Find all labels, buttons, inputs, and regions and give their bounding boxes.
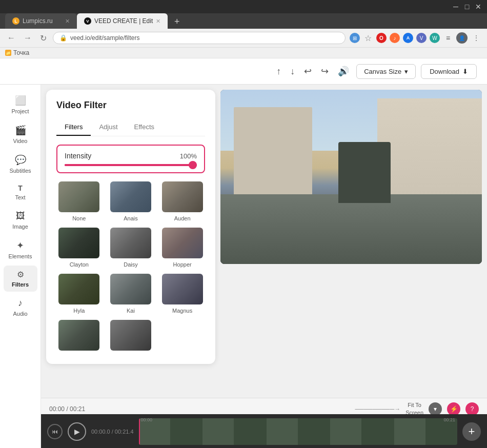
timeline-timestamps: 00:00 00:21 [139,418,457,422]
play-button[interactable]: ▶ [68,422,86,441]
new-tab-button[interactable]: + [170,14,184,29]
intensity-slider-thumb[interactable] [189,161,197,169]
filter-thumb-kai [110,274,151,304]
sidebar-item-elements[interactable]: ✦ Elements [4,236,37,263]
forward-button[interactable]: → [22,32,34,44]
canvas-size-label: Canvas Size [364,68,401,75]
filter-thumb-daisy [110,228,151,258]
bookmark-star-icon[interactable]: ☆ [363,33,373,43]
download-icon: ⬇ [462,68,468,75]
zoom-slider: ─────────→ [355,405,401,413]
sidebar-item-text[interactable]: T Text [4,180,37,205]
filter-thumb-auden [162,181,203,212]
filter-item-anais[interactable]: Anais [108,181,154,221]
timeline-help-btn[interactable]: ? [465,402,479,416]
timeline-dropdown-btn[interactable]: ▾ [429,402,442,416]
sidebar-item-audio[interactable]: ♪ Audio [4,294,37,321]
undo-button[interactable]: ↩ [302,64,314,79]
refresh-button[interactable]: ↻ [38,32,49,44]
sidebar-item-project[interactable]: ⬜ Project [4,91,37,118]
tab-filters[interactable]: Filters [56,119,91,136]
screenshot-icon[interactable]: ⊞ [350,33,360,43]
minimize-button[interactable]: ─ [452,3,459,10]
bookmark-tochka[interactable]: 📁 Точка [5,49,29,56]
subtitles-icon: 💬 [15,154,26,166]
sidebar-label-elements: Elements [9,253,32,259]
more-button[interactable]: ⋮ [471,33,482,43]
bookmark-label: Точка [13,49,29,56]
audio-icon: ♪ [18,298,23,309]
intensity-slider[interactable] [65,164,197,166]
opera-icon[interactable]: O [376,33,387,43]
filter-item-more2[interactable] [108,320,154,354]
volume-button[interactable]: 🔊 [336,64,351,79]
veed-favicon: V [84,17,91,25]
sidebar-item-filters[interactable]: ⚙ Filters [4,266,37,292]
download-button[interactable]: Download ⬇ [421,64,477,79]
total-time: 00:21 [70,405,85,413]
maximize-button[interactable]: □ [463,3,471,10]
tab-veed-close[interactable]: ✕ [156,18,160,25]
add-track-button[interactable]: + [462,422,481,441]
tab-adjust[interactable]: Adjust [91,119,126,136]
filter-name-anais: Anais [124,215,138,221]
down-button[interactable]: ↓ [288,64,297,79]
back-button[interactable]: ← [5,32,17,44]
filter-thumb-more1 [58,320,99,351]
wallet-icon[interactable]: W [430,33,440,43]
tab-veed[interactable]: V VEED CREATE | Edit ✕ [77,13,168,29]
tab-veed-label: VEED CREATE | Edit [94,17,153,25]
sidebar: ⬜ Project 🎬 Video 💬 Subtitles T Text 🖼 I… [0,85,41,448]
profile-avatar[interactable]: 👤 [456,32,468,44]
image-icon: 🖼 [16,211,25,221]
filter-item-auden[interactable]: Auden [159,181,205,221]
filter-item-hyla[interactable]: Hyla [56,274,102,314]
app-main: ⬜ Project 🎬 Video 💬 Subtitles T Text 🖼 I… [0,85,487,448]
nav-icons: ⊞ ☆ O ♪ A V W ≡ 👤 ⋮ [350,32,482,44]
video-icon: 🎬 [15,125,26,136]
intensity-section: Intensity 100% [56,145,205,173]
filter-thumb-none [58,181,99,212]
filter-item-hopper[interactable]: Hopper [159,228,205,268]
timecode-display: 00:00.0 / 00:21.4 [91,429,134,435]
filter-item-magnus[interactable]: Magnus [159,274,205,314]
panel-tabs: Filters Adjust Effects [56,119,205,136]
browser-chrome: ─ □ ✕ L Lumpics.ru ✕ V VEED CREATE | Edi… [0,0,487,58]
address-text: veed.io/edit/sample/filters [70,34,339,42]
filter-item-daisy[interactable]: Daisy [108,228,154,268]
tab-lumpics[interactable]: L Lumpics.ru ✕ [5,13,77,29]
close-button[interactable]: ✕ [475,3,482,10]
app-content: ↑ ↓ ↩ ↪ 🔊 Canvas Size ▾ Download ⬇ ⬜ Pro… [0,58,487,448]
timeline-track[interactable]: 00:00 00:21 [139,418,457,445]
filter-item-kai[interactable]: Kai [108,274,154,314]
filter-item-none[interactable]: None [56,181,102,221]
filter-panel: Video Filter Filters Adjust Effects Inte… [46,90,215,364]
filter-name-hyla: Hyla [73,308,85,314]
menu-icon[interactable]: ≡ [443,33,453,43]
address-bar[interactable]: 🔒 veed.io/edit/sample/filters [53,32,346,44]
filter-name-kai: Kai [127,308,135,314]
tab-lumpics-close[interactable]: ✕ [65,18,70,25]
timeline-start-time: 00:00 [141,418,153,422]
time-display: 00:00 / 00:21 [49,405,85,413]
timeline-lightning-btn[interactable]: ⚡ [447,402,460,416]
bookmark-bar: 📁 Точка [0,48,487,58]
up-button[interactable]: ↑ [274,64,283,79]
video-preview[interactable] [220,90,482,264]
vpn-icon[interactable]: V [416,33,427,43]
sidebar-item-subtitles[interactable]: 💬 Subtitles [4,150,37,178]
music-icon[interactable]: ♪ [390,33,400,43]
filter-item-more1[interactable] [56,320,102,354]
window-controls[interactable]: ─ □ ✕ [452,3,482,10]
sidebar-item-image[interactable]: 🖼 Image [4,207,37,234]
canvas-size-button[interactable]: Canvas Size ▾ [356,64,416,79]
filter-thumb-hopper [162,228,203,258]
sidebar-label-filters: Filters [12,281,29,288]
translate-icon[interactable]: A [403,33,413,43]
filter-item-clayton[interactable]: Clayton [56,228,102,268]
intensity-value: 100% [180,152,197,160]
redo-button[interactable]: ↪ [319,64,331,79]
skip-back-button[interactable]: ⏮ [47,424,63,439]
tab-effects[interactable]: Effects [126,119,163,136]
sidebar-item-video[interactable]: 🎬 Video [4,120,37,148]
